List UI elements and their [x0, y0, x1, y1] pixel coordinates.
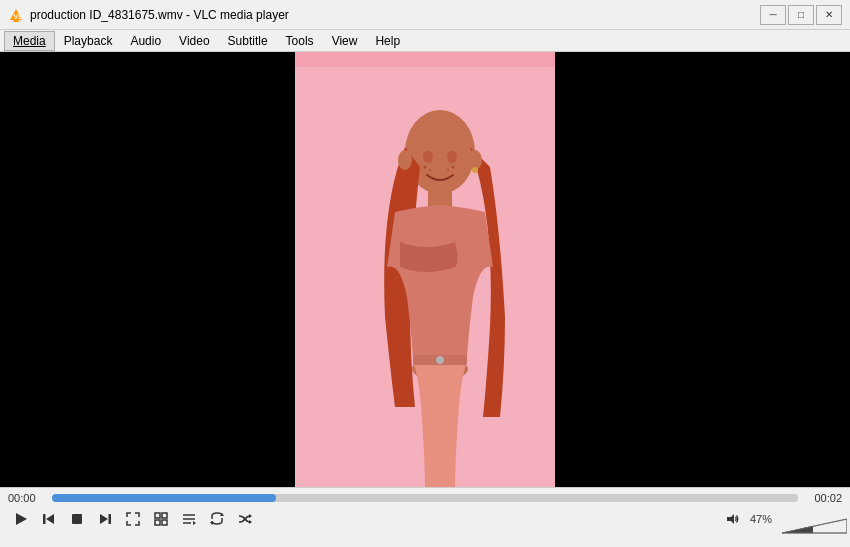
volume-button[interactable] [720, 508, 746, 530]
time-total: 00:02 [804, 492, 842, 504]
video-area [0, 52, 850, 487]
extended-settings-button[interactable] [148, 508, 174, 530]
menu-subtitle[interactable]: Subtitle [219, 31, 277, 51]
black-left-bar [0, 52, 295, 487]
volume-slider-visual [782, 515, 847, 535]
vlc-icon: VLC [8, 7, 24, 23]
svg-text:VLC: VLC [14, 13, 25, 20]
volume-percentage: 47% [750, 513, 778, 525]
svg-rect-20 [43, 514, 46, 524]
svg-point-10 [447, 151, 457, 163]
playlist-button[interactable] [176, 508, 202, 530]
svg-point-12 [429, 169, 431, 171]
fullscreen-button[interactable] [120, 508, 146, 530]
controls-bar: 00:00 00:02 [0, 487, 850, 547]
window-title: production ID_4831675.wmv - VLC media pl… [30, 8, 760, 22]
seek-bar[interactable] [52, 494, 798, 502]
seek-fill [52, 494, 276, 502]
svg-marker-35 [249, 520, 252, 524]
menu-media[interactable]: Media [4, 31, 55, 51]
maximize-button[interactable]: □ [788, 5, 814, 25]
menu-playback[interactable]: Playback [55, 31, 122, 51]
play-icon [14, 512, 28, 526]
svg-marker-34 [249, 514, 252, 518]
volume-icon [726, 512, 740, 526]
svg-point-11 [424, 166, 427, 169]
svg-point-14 [447, 169, 449, 171]
svg-rect-27 [162, 520, 167, 525]
stop-button[interactable] [64, 508, 90, 530]
seek-row: 00:00 00:02 [8, 492, 842, 504]
svg-marker-31 [193, 521, 196, 525]
volume-section: 47% [720, 508, 842, 530]
svg-rect-26 [155, 520, 160, 525]
loop-button[interactable] [204, 508, 230, 530]
previous-icon [42, 512, 56, 526]
svg-marker-36 [727, 514, 734, 524]
menu-audio[interactable]: Audio [121, 31, 170, 51]
svg-point-8 [436, 356, 444, 364]
svg-rect-25 [162, 513, 167, 518]
menu-view[interactable]: View [323, 31, 367, 51]
svg-rect-1 [13, 20, 19, 22]
svg-marker-22 [100, 514, 108, 524]
svg-rect-23 [109, 514, 112, 524]
loop-icon [210, 512, 224, 526]
svg-marker-18 [16, 513, 27, 525]
play-button[interactable] [8, 508, 34, 530]
video-frame [295, 52, 555, 487]
video-content [0, 52, 850, 487]
menu-tools[interactable]: Tools [277, 31, 323, 51]
svg-marker-19 [46, 514, 54, 524]
black-right-bar [555, 52, 850, 487]
minimize-button[interactable]: ─ [760, 5, 786, 25]
menu-bar: Media Playback Audio Video Subtitle Tool… [0, 30, 850, 52]
extended-settings-icon [154, 512, 168, 526]
close-button[interactable]: ✕ [816, 5, 842, 25]
svg-point-13 [452, 166, 455, 169]
time-elapsed: 00:00 [8, 492, 46, 504]
buttons-row: 47% [8, 508, 842, 530]
svg-point-17 [472, 167, 478, 173]
svg-point-15 [398, 150, 412, 170]
shuffle-button[interactable] [232, 508, 258, 530]
window-controls: ─ □ ✕ [760, 5, 842, 25]
menu-help[interactable]: Help [366, 31, 409, 51]
playlist-icon [182, 512, 196, 526]
volume-slider[interactable] [782, 515, 842, 523]
video-person [295, 67, 555, 487]
svg-marker-39 [782, 519, 847, 533]
shuffle-icon [238, 512, 252, 526]
svg-rect-24 [155, 513, 160, 518]
svg-point-9 [423, 151, 433, 163]
next-button[interactable] [92, 508, 118, 530]
fullscreen-icon [126, 512, 140, 526]
stop-icon [70, 512, 84, 526]
svg-rect-21 [72, 514, 82, 524]
title-bar: VLC production ID_4831675.wmv - VLC medi… [0, 0, 850, 30]
next-icon [98, 512, 112, 526]
menu-video[interactable]: Video [170, 31, 218, 51]
previous-button[interactable] [36, 508, 62, 530]
